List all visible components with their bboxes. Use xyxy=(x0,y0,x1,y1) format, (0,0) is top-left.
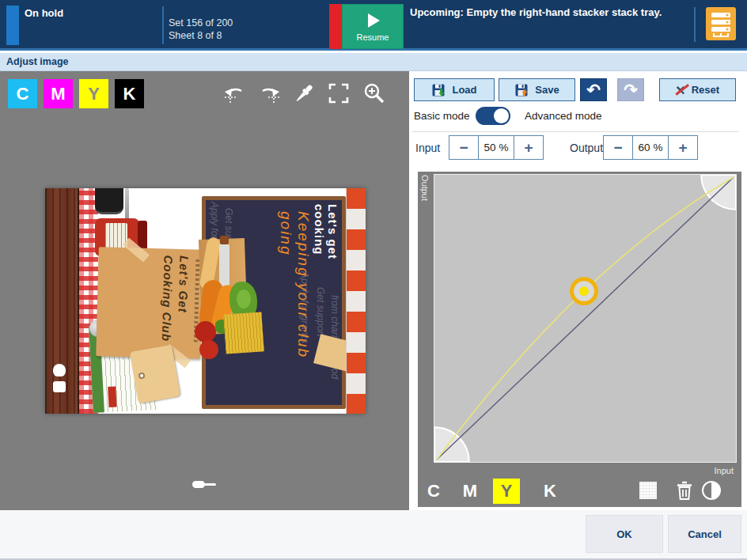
spaghetti-bundle xyxy=(223,312,264,354)
mode-toggle-knob xyxy=(494,108,509,123)
dialog-title-bar: Adjust image xyxy=(0,53,747,71)
channel-chip-black[interactable]: K xyxy=(115,79,144,108)
input-value: 50 % xyxy=(478,136,514,159)
zoom-in-icon xyxy=(362,81,386,105)
reference-diagonal xyxy=(437,177,734,460)
print-preview-page[interactable]: Let's Get Cooking Club Apply for grants … xyxy=(45,188,366,414)
advanced-mode-label: Advanced mode xyxy=(525,110,602,122)
mode-toggle[interactable] xyxy=(476,107,510,125)
ok-button[interactable]: OK xyxy=(586,515,663,553)
input-decrement-button[interactable]: − xyxy=(449,136,478,159)
input-stepper-label: Input xyxy=(415,142,440,154)
redo-icon: ↷ xyxy=(624,81,638,98)
channel-chip-magenta[interactable]: M xyxy=(44,79,73,108)
bottle-cork xyxy=(220,236,229,244)
rotate-right-icon xyxy=(258,81,282,105)
printer-status-bar: On hold Set 156 of 200 Sheet 8 of 8 Resu… xyxy=(0,0,747,51)
stacker-trays-glyph xyxy=(706,7,736,40)
flyer-title: Let's Get Cooking Club xyxy=(157,255,191,354)
curve-channel-magenta[interactable]: M xyxy=(457,479,483,504)
status-accent-tab xyxy=(6,6,19,45)
status-divider xyxy=(162,6,164,44)
cancel-button[interactable]: Cancel xyxy=(668,515,741,553)
chef-logo-text-block xyxy=(53,381,66,392)
contrast-icon xyxy=(701,480,722,501)
redo-button[interactable]: ↷ xyxy=(617,78,644,101)
basic-mode-label: Basic mode xyxy=(414,110,470,122)
eyedropper-button[interactable] xyxy=(292,81,316,105)
input-stepper: − 50 % + xyxy=(449,135,544,160)
floppy-save-icon xyxy=(514,83,529,97)
curve-plot-area[interactable] xyxy=(434,174,737,463)
sheet-progress: Sheet 8 of 8 xyxy=(169,29,233,42)
tomato xyxy=(199,340,218,359)
reset-button-label: Reset xyxy=(692,84,719,96)
load-button-label: Load xyxy=(452,84,476,96)
contrast-button[interactable] xyxy=(701,480,722,501)
rotate-left-button[interactable] xyxy=(222,81,246,105)
zoom-in-button[interactable] xyxy=(362,81,386,105)
resume-button[interactable]: Resume xyxy=(342,4,404,49)
channel-chip-yellow[interactable]: Y xyxy=(79,79,108,108)
rotate-left-icon xyxy=(222,81,246,105)
oil-bottle xyxy=(219,242,229,288)
fit-to-view-button[interactable] xyxy=(327,81,351,105)
curve-channel-black[interactable]: K xyxy=(537,479,563,504)
fit-to-view-icon xyxy=(327,81,351,105)
reset-button[interactable]: × Reset xyxy=(659,78,736,101)
input-increment-button[interactable]: + xyxy=(514,136,543,159)
save-button[interactable]: Save xyxy=(499,78,575,101)
output-value: 60 % xyxy=(632,136,669,159)
printer-status-label: On hold xyxy=(25,7,63,19)
undo-button[interactable]: ↶ xyxy=(580,78,607,101)
tag-hole xyxy=(138,372,145,379)
trash-icon xyxy=(674,480,695,501)
rotate-right-button[interactable] xyxy=(258,81,282,105)
play-icon xyxy=(364,12,381,29)
preview-canvas: C M Y K xyxy=(0,71,409,510)
output-increment-button[interactable]: + xyxy=(669,136,697,159)
chef-logo xyxy=(53,364,66,376)
status-divider xyxy=(694,7,696,42)
output-stepper: − 60 % + xyxy=(603,135,698,160)
newspaper-accent xyxy=(108,387,116,407)
curve-control-point-dot xyxy=(579,286,589,296)
tone-curve-editor: Output Input C M Y K xyxy=(418,172,741,507)
dialog-footer: OK Cancel xyxy=(0,510,747,558)
adjust-image-editor: Load Save ↶ ↷ × Reset Basic mode Advance… xyxy=(409,71,747,510)
section-divider xyxy=(412,131,738,132)
resume-button-label: Resume xyxy=(357,32,389,42)
save-button-label: Save xyxy=(535,84,559,96)
floppy-load-icon xyxy=(431,83,446,97)
manila-tag xyxy=(130,345,181,403)
curve-channel-yellow[interactable]: Y xyxy=(493,479,520,504)
curve-channel-cyan[interactable]: C xyxy=(420,479,447,504)
preview-zoom-slider-handle[interactable] xyxy=(192,481,205,488)
dialog-title: Adjust image xyxy=(6,56,69,67)
output-decrement-button[interactable]: − xyxy=(604,136,632,159)
eyedropper-icon xyxy=(292,81,316,105)
board-logo: Let's get cooking xyxy=(313,204,339,299)
output-stepper-label: Output xyxy=(570,142,603,154)
channel-chip-cyan[interactable]: C xyxy=(8,79,37,108)
undo-icon: ↶ xyxy=(586,81,601,98)
job-progress: Set 156 of 200 Sheet 8 of 8 xyxy=(169,17,233,42)
y-axis-label: Output xyxy=(420,175,430,201)
lettuce-highlight xyxy=(237,289,251,308)
upcoming-message: Upcoming: Empty the right-hand stacker s… xyxy=(410,6,687,18)
tomato xyxy=(195,321,216,342)
stacker-trays-icon[interactable] xyxy=(706,7,736,40)
curve-channel-row: C M Y K xyxy=(418,475,741,507)
grid-toggle-button[interactable] xyxy=(638,480,658,501)
x-axis-label: Input xyxy=(715,466,734,475)
delete-curve-button[interactable] xyxy=(674,480,695,501)
preview-zoom-slider-track xyxy=(204,483,216,486)
alert-stripe xyxy=(329,4,342,49)
booklet-spine xyxy=(45,188,79,414)
reset-x-icon: × xyxy=(676,82,685,98)
cooking-pot xyxy=(95,188,123,214)
board-headline: Keeping your club going xyxy=(277,211,312,404)
load-button[interactable]: Load xyxy=(414,78,495,101)
candy-stripe-edge xyxy=(346,188,366,414)
set-progress: Set 156 of 200 xyxy=(169,17,233,29)
